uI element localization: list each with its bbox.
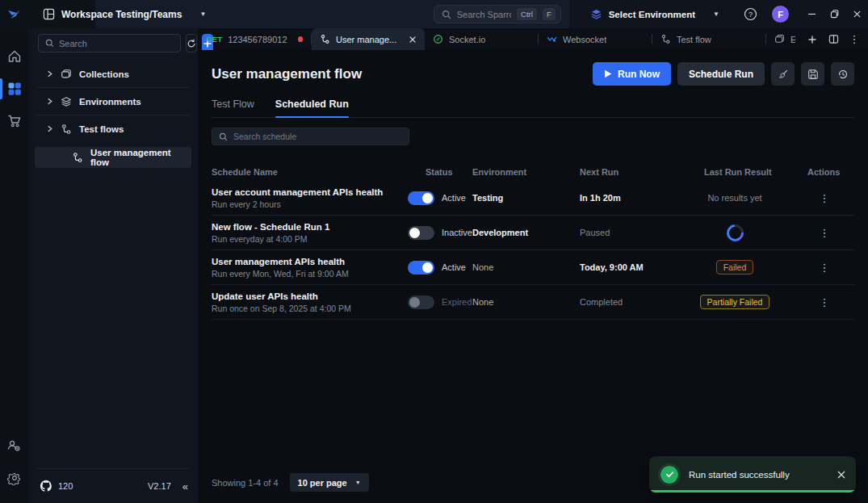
sidebar-item-environments[interactable]: Environments xyxy=(35,88,191,115)
schedule-frequency: Run everyday at 4:00 PM xyxy=(212,234,408,244)
toast-notification: Run started successfully xyxy=(649,456,856,493)
column-schedule-name: Schedule Name xyxy=(212,167,408,177)
column-status: Status xyxy=(408,167,472,177)
pagination-summary: Showing 1-4 of 4 xyxy=(212,478,279,488)
socketio-icon xyxy=(433,34,443,44)
save-button[interactable] xyxy=(801,62,824,86)
next-run-value: In 1h 20m xyxy=(580,193,704,203)
close-tab-icon[interactable] xyxy=(409,36,417,44)
shortcut-key-f: F xyxy=(543,8,556,20)
row-actions-kebab-icon[interactable]: ⋮ xyxy=(817,192,832,204)
tab-test-flow[interactable]: Test flow xyxy=(652,28,765,50)
schedule-name: User management APIs health xyxy=(212,256,408,268)
sparrow-logo-icon xyxy=(0,8,28,21)
sidebar-item-label: Environments xyxy=(79,97,141,107)
table-row: User management APIs health Run every Mo… xyxy=(212,250,854,285)
global-search[interactable]: Ctrl F xyxy=(434,5,561,23)
broom-icon xyxy=(778,69,789,80)
status-toggle[interactable] xyxy=(408,226,434,240)
workspaces-icon[interactable] xyxy=(0,73,28,104)
status-toggle[interactable] xyxy=(408,261,434,275)
last-run-result: No results yet xyxy=(707,193,761,203)
search-icon xyxy=(219,132,228,141)
status-toggle xyxy=(408,296,434,309)
tab-socketio[interactable]: Socket.io xyxy=(425,28,538,50)
sidebar-search-input[interactable] xyxy=(59,39,174,48)
tab-label: Websocket xyxy=(563,35,606,44)
new-tab-icon[interactable] xyxy=(803,31,821,48)
layers-icon xyxy=(61,96,72,107)
tab-user-management-flow[interactable]: User manage... xyxy=(312,28,425,50)
minimize-button[interactable] xyxy=(800,0,823,28)
sidebar-search[interactable] xyxy=(38,34,181,52)
schedule-name: New flow - Schedule Run 1 xyxy=(212,221,408,233)
page-size-select[interactable]: 10 per page ▼ xyxy=(290,473,369,492)
history-clock-icon xyxy=(837,69,849,80)
github-link[interactable]: 120 xyxy=(40,480,73,493)
sidebar-item-user-management-flow[interactable]: User management flow xyxy=(35,147,191,168)
activity-bar xyxy=(0,28,28,503)
home-icon[interactable] xyxy=(0,41,28,72)
sidebar-item-test-flows[interactable]: Test flows xyxy=(35,115,191,142)
sidebar-item-collections[interactable]: Collections xyxy=(35,61,191,87)
collapse-sidebar-icon[interactable]: « xyxy=(182,480,188,493)
table-header: Schedule Name Status Environment Next Ru… xyxy=(212,163,854,181)
avatar[interactable]: F xyxy=(772,6,789,23)
version-label: V2.17 xyxy=(148,481,171,491)
tab-bar: GET 123456789012... User manage... Socke… xyxy=(198,28,868,50)
row-actions-kebab-icon[interactable]: ⋮ xyxy=(817,296,832,308)
next-run-value: Completed xyxy=(580,297,704,307)
tab-empty-collection[interactable]: Empty_colle xyxy=(766,28,803,50)
schedule-run-button[interactable]: Schedule Run xyxy=(677,62,765,86)
chevron-down-icon: ▼ xyxy=(355,480,361,485)
row-actions-kebab-icon[interactable]: ⋮ xyxy=(817,227,832,239)
settings-gear-icon[interactable] xyxy=(0,463,28,493)
schedule-search[interactable] xyxy=(212,128,409,145)
refresh-button[interactable] xyxy=(186,34,197,52)
maximize-button[interactable] xyxy=(823,0,845,28)
community-icon[interactable] xyxy=(0,430,28,461)
tab-label: Empty_colle xyxy=(790,35,795,44)
tab-websocket[interactable]: Websocket xyxy=(539,28,652,50)
environment-selector[interactable]: Select Environment ▼ xyxy=(590,8,719,20)
schedule-search-input[interactable] xyxy=(233,132,402,141)
status-label: Active xyxy=(442,193,466,203)
clear-button[interactable] xyxy=(771,62,795,86)
collection-icon xyxy=(61,69,72,80)
column-last-run-result: Last Run Result xyxy=(704,167,807,177)
schedule-run-label: Schedule Run xyxy=(689,69,753,80)
status-toggle[interactable] xyxy=(408,191,434,205)
topbar: Workspace Testing/Teams ▼ Ctrl F Select … xyxy=(0,0,868,28)
close-button[interactable] xyxy=(845,0,868,28)
unsaved-dot-icon xyxy=(298,36,303,42)
tab-test-flow-view[interactable]: Test Flow xyxy=(212,99,254,117)
environment-value: None xyxy=(472,297,580,307)
schedule-frequency: Run every 2 hours xyxy=(212,199,408,209)
chevron-right-icon xyxy=(46,70,53,78)
workspace-selector[interactable]: Workspace Testing/Teams ▼ xyxy=(43,8,206,20)
table-row: Update user APIs health Run once on Sep … xyxy=(212,285,854,320)
tab-get-request[interactable]: GET 123456789012... xyxy=(198,28,311,50)
split-view-icon[interactable] xyxy=(824,31,842,48)
marketplace-cart-icon[interactable] xyxy=(0,106,28,136)
page-title: User management flow xyxy=(212,66,362,82)
tab-menu-kebab-icon[interactable]: ⋮ xyxy=(845,31,863,48)
selected-flow-label: User management flow xyxy=(90,148,191,167)
shortcut-key-ctrl: Ctrl xyxy=(517,8,537,20)
success-check-icon xyxy=(660,466,678,484)
environment-value: None xyxy=(472,262,580,272)
chevron-right-icon xyxy=(46,125,53,132)
history-button[interactable] xyxy=(831,62,854,86)
row-actions-kebab-icon[interactable]: ⋮ xyxy=(817,262,832,274)
workspace-icon xyxy=(43,8,55,20)
chevron-down-icon: ▼ xyxy=(713,10,719,18)
status-label: Active xyxy=(442,262,466,272)
status-badge-partially-failed: Partially Failed xyxy=(700,295,770,309)
help-icon[interactable]: ? xyxy=(744,7,757,21)
next-run-value: Paused xyxy=(580,228,704,237)
global-search-input[interactable] xyxy=(457,10,511,19)
toast-close-icon[interactable] xyxy=(837,470,846,480)
tab-label: Test flow xyxy=(677,35,711,44)
tab-scheduled-run-view[interactable]: Scheduled Run xyxy=(275,99,349,117)
run-now-button[interactable]: Run Now xyxy=(593,62,671,86)
